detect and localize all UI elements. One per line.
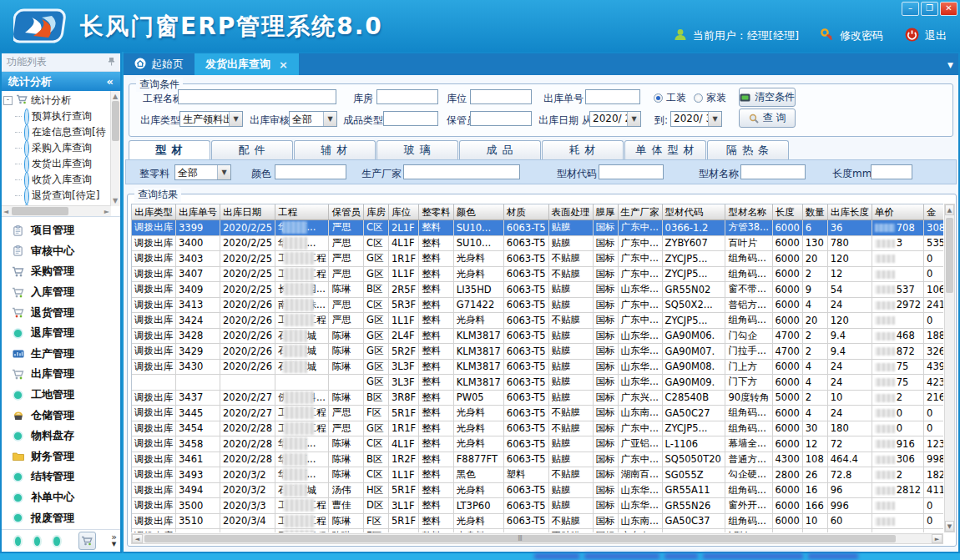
column-header[interactable]: 出库长度 — [827, 204, 872, 220]
tree-item-budget-exec-query[interactable]: 预算执行查询 — [3, 108, 110, 124]
column-header[interactable]: 出库单号 — [176, 204, 220, 220]
column-header[interactable]: 长度 — [772, 204, 802, 220]
scroll-down-icon[interactable]: ▼ — [945, 521, 954, 532]
sidebar-item-inventory-count[interactable]: 物料盘存 — [2, 426, 120, 446]
tree-item-transit-info-query[interactable]: 在途信息查询[待 — [3, 124, 110, 140]
length-input[interactable] — [871, 164, 912, 179]
tab-start-page[interactable]: 起始页 — [124, 53, 195, 75]
close-button[interactable]: ✕ — [940, 2, 957, 16]
footer-dot-icon[interactable] — [53, 537, 59, 546]
table-row[interactable]: 调拨出库34942020/3/2石湾辉城汤伟H区5R1F整料光身料6063-T5… — [132, 482, 943, 498]
whole-piece-select[interactable]: 全部▼ — [174, 164, 231, 180]
date-to-select[interactable]: 2020/ 3/16▼ — [670, 111, 722, 127]
profile-name-input[interactable] — [740, 164, 806, 179]
clear-conditions-button[interactable]: 清空条件 — [739, 88, 796, 107]
sidebar-item-production-mgmt[interactable]: 生产管理 — [2, 344, 120, 365]
maximize-button[interactable]: ❐ — [921, 2, 938, 16]
tree-vertical-scrollbar[interactable]: ▲ ▼ — [110, 91, 120, 206]
sidebar-item-site-mgmt[interactable]: 工地管理 — [2, 385, 120, 406]
sidebar-item-warehouse-mgmt[interactable]: 仓储管理 — [2, 405, 120, 426]
warehouse-input[interactable] — [376, 89, 438, 104]
sidebar-item-supplement-center[interactable]: 补单中心 — [2, 487, 120, 508]
product-type-input[interactable] — [383, 111, 438, 126]
sidebar-item-audit-center[interactable]: 审核中心 — [2, 241, 120, 262]
sidebar-item-project-mgmt[interactable]: 项目管理 — [2, 220, 120, 241]
order-no-input[interactable] — [585, 89, 640, 104]
column-header[interactable]: 表面处理 — [548, 204, 593, 220]
table-row[interactable]: 调拨出库34582020/2/28华润原...陈琳C区4L1F整料光身料6063… — [132, 436, 943, 452]
vertical-scroll-thumb[interactable] — [946, 218, 953, 293]
tree-item-receipt-inbound-query[interactable]: 收货入库查询 — [3, 172, 110, 188]
table-row[interactable]: 调拨出库34002020/2/25华润原...严思C区4L1F整料SU10...… — [132, 235, 943, 251]
material-tab-0[interactable]: 型 材 — [129, 140, 210, 159]
project-name-input[interactable] — [178, 89, 336, 104]
horizontal-scrollbar[interactable]: ◄ Ⅲ ► — [131, 533, 943, 544]
tree-expander-icon[interactable]: - — [3, 96, 13, 105]
column-header[interactable]: 金 — [924, 204, 943, 220]
column-header[interactable]: 工程 — [275, 204, 329, 220]
tree-item-returns-query[interactable]: 退货查询[待定] — [3, 188, 110, 204]
change-password-link[interactable]: 修改密码 — [840, 28, 883, 43]
collapse-icon[interactable]: « — [107, 75, 114, 88]
profile-code-input[interactable] — [599, 164, 664, 179]
tab-overflow-arrow[interactable]: ▼ — [947, 61, 953, 69]
material-tab-6[interactable]: 单 体 型 材 — [624, 140, 706, 159]
column-header[interactable]: 型材名称 — [725, 204, 772, 220]
footer-more-button[interactable]: »▾ — [111, 534, 117, 547]
column-header[interactable]: 型材代码 — [662, 204, 725, 220]
sidebar-item-finance-mgmt[interactable]: 财务管理 — [2, 446, 120, 467]
table-row[interactable]: 调拨出库35002020/3/3工务共工程曹佳D区3L1F整料LT3P60606… — [132, 498, 943, 514]
out-type-select[interactable]: 生产领料出库▼ — [179, 111, 243, 127]
pin-icon[interactable] — [108, 57, 115, 68]
column-header[interactable]: 出库日期 — [220, 204, 275, 220]
keeper-input[interactable] — [470, 111, 532, 126]
column-header[interactable]: 库房 — [363, 204, 388, 220]
material-tab-7[interactable]: 隔 热 条 — [707, 140, 789, 159]
section-header[interactable]: 统计分析 « — [2, 72, 120, 91]
date-from-select[interactable]: 2020/ 2/16▼ — [589, 111, 641, 127]
table-row[interactable]: 调拨出库34542020/2/28工务共工程严思G区1R1F整料光身料6063-… — [132, 421, 943, 436]
column-header[interactable]: 保管员 — [329, 204, 364, 220]
sidebar-item-returns-mgmt[interactable]: 退货管理 — [2, 302, 120, 323]
table-row[interactable]: 调拨出库33992020/2/25华润原...严思C区2L1F整料SU10...… — [132, 220, 943, 236]
table-row[interactable]: 调拨出库34242020/2/26工务共工程严思G区1L1F整料光身料6063-… — [132, 313, 943, 329]
sidebar-item-carryover-mgmt[interactable]: 结转管理 — [2, 467, 120, 487]
tree-horizontal-scrollbar[interactable]: ◄ ► — [2, 205, 111, 216]
horizontal-scroll-thumb[interactable]: Ⅲ — [144, 535, 896, 542]
sidebar-item-scrap-mgmt[interactable]: 报废管理 — [2, 507, 120, 528]
column-header[interactable]: 生产厂家 — [618, 204, 662, 220]
sidebar-item-inbound-mgmt[interactable]: 入库管理 — [2, 282, 120, 303]
tab-close-icon[interactable]: × — [279, 58, 288, 71]
vertical-scrollbar[interactable]: ▲ ▼ — [944, 204, 955, 532]
column-header[interactable]: 材质 — [503, 204, 548, 220]
table-row[interactable]: 调拨出库35122020/3/4工务共工程陈琳F区1L2F整料光身料6063-T… — [132, 529, 943, 533]
table-row[interactable]: 调拨出库34292020/2/26石湾辉城陈琳G区5R2F整料KLM381760… — [132, 344, 943, 360]
sidebar-item-purchase-mgmt[interactable]: 采购管理 — [2, 261, 120, 282]
tree-root[interactable]: - 统计分析 — [3, 93, 110, 108]
footer-cart-button[interactable] — [78, 532, 97, 550]
column-header[interactable]: 单价 — [872, 204, 923, 220]
footer-dot-icon[interactable] — [34, 537, 40, 546]
location-input[interactable] — [470, 89, 532, 104]
minimize-button[interactable]: – — [902, 2, 919, 16]
tree-item-purchase-inbound-query[interactable]: 采购入库查询 — [3, 140, 110, 156]
scroll-right-icon[interactable]: ► — [932, 534, 942, 543]
material-tab-1[interactable]: 配 件 — [211, 140, 293, 159]
table-row[interactable]: 调拨出库34092020/2/25长城家园...陈琳B区2R5F整料LI35HD… — [132, 282, 943, 298]
table-row[interactable]: 调拨出库35102020/3/4工务共工程陈琳F区5R1F整料光身料6063-T… — [132, 513, 943, 529]
column-header[interactable]: 整零料 — [419, 204, 454, 220]
scroll-left-icon[interactable]: ◄ — [132, 534, 143, 543]
table-row[interactable]: G区3L3F整料KLM38176063-T5贴膜国标山东华...GA90M09.… — [132, 375, 943, 391]
audit-select[interactable]: 全部▼ — [289, 111, 337, 127]
column-header[interactable]: 数量 — [802, 204, 827, 220]
tab-shipment-outbound-query[interactable]: 发货出库查询× — [195, 53, 299, 75]
tree-item-shipment-outbound-query[interactable]: 发货出库查询 — [3, 156, 110, 172]
footer-dot-icon[interactable] — [15, 537, 21, 546]
material-tab-3[interactable]: 玻 璃 — [376, 140, 458, 159]
material-tab-2[interactable]: 辅 材 — [294, 140, 376, 159]
logout-link[interactable]: 退出 — [925, 28, 947, 43]
scroll-up-icon[interactable]: ▲ — [945, 204, 954, 215]
column-header[interactable]: 膜厚 — [593, 204, 618, 220]
table-row[interactable]: 调拨出库34302020/2/26石湾辉城陈琳G区3L3F整料KLM381760… — [132, 359, 943, 375]
search-button[interactable]: 查 询 — [739, 108, 796, 128]
